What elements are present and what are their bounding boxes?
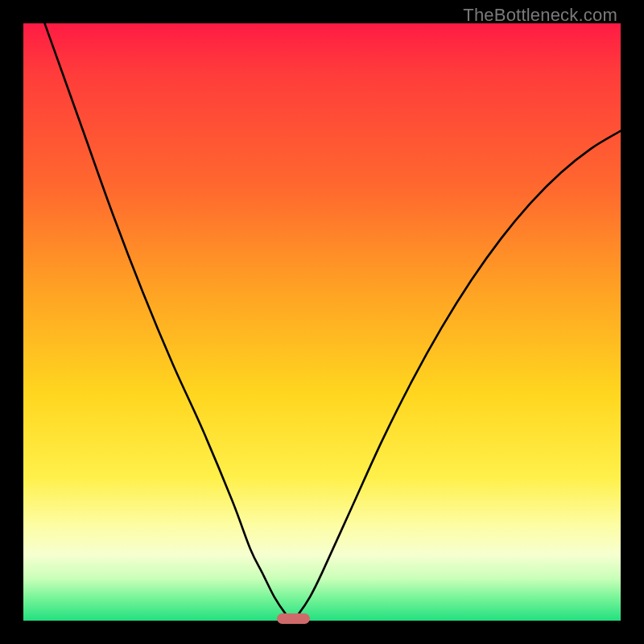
watermark-text: TheBottleneck.com bbox=[463, 5, 617, 26]
frame: TheBottleneck.com bbox=[0, 0, 644, 644]
plot-area bbox=[23, 23, 621, 621]
minimum-marker bbox=[277, 613, 310, 624]
